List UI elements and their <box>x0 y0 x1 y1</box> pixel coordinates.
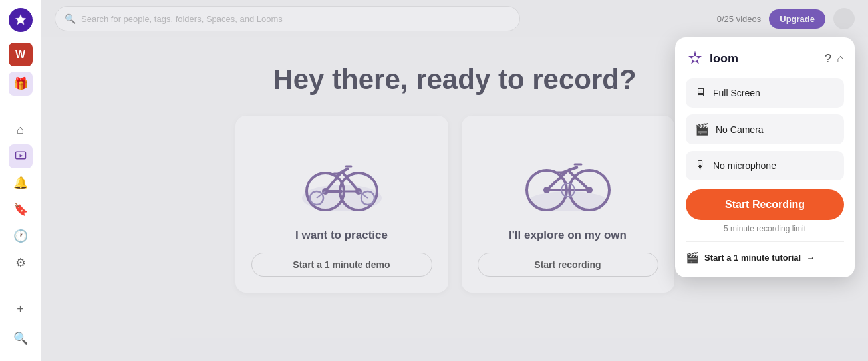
sidebar-bottom: + 🔍 <box>9 297 33 353</box>
app-logo[interactable] <box>9 8 33 32</box>
sidebar-item-home[interactable]: ⌂ <box>9 118 33 142</box>
tutorial-arrow: → <box>806 253 815 263</box>
popup-option-microphone-label: No microphone <box>713 160 776 171</box>
recording-limit: 5 minute recording limit <box>686 224 844 233</box>
popup-divider <box>686 241 844 242</box>
popup-option-camera[interactable]: 🎬 No Camera <box>686 114 844 144</box>
popup-option-camera-label: No Camera <box>716 124 764 135</box>
sidebar-divider <box>9 112 33 112</box>
sidebar-search[interactable]: 🔍 <box>9 326 33 350</box>
popup-logo-text: loom <box>710 52 738 66</box>
camera-icon: 🎬 <box>695 122 709 136</box>
tutorial-icon: 🎬 <box>686 251 699 264</box>
fullscreen-icon: 🖥 <box>695 86 706 100</box>
help-icon[interactable]: ? <box>825 52 831 66</box>
svg-marker-1 <box>19 154 23 158</box>
popup-logo: loom <box>686 49 738 68</box>
popup-option-fullscreen-label: Full Screen <box>713 88 760 98</box>
user-avatar[interactable]: W <box>9 43 33 66</box>
loom-popup: loom ? ⌂ 🖥 Full Screen 🎬 No Camera 🎙 No … <box>675 37 855 277</box>
sidebar: W 🎁 ⌂ 🔔 🔖 🕐 ⚙ + 🔍 <box>0 0 41 361</box>
sidebar-item-settings[interactable]: ⚙ <box>9 251 33 275</box>
svg-point-33 <box>692 56 698 61</box>
sidebar-item-library[interactable] <box>9 144 33 168</box>
popup-header-icons: ? ⌂ <box>825 52 844 66</box>
microphone-icon: 🎙 <box>695 159 706 172</box>
start-recording-button[interactable]: Start Recording <box>686 189 844 220</box>
popup-option-microphone[interactable]: 🎙 No microphone <box>686 151 844 180</box>
tutorial-label: Start a 1 minute tutorial <box>704 253 801 263</box>
gift-icon[interactable]: 🎁 <box>9 72 33 96</box>
main-content: 🔍 Search for people, tags, folders, Spac… <box>41 0 868 361</box>
sidebar-item-notifications[interactable]: 🔔 <box>9 171 33 195</box>
home-icon[interactable]: ⌂ <box>837 52 844 66</box>
sidebar-item-history[interactable]: 🕐 <box>9 224 33 248</box>
sidebar-add[interactable]: + <box>9 297 33 321</box>
sidebar-item-bookmarks[interactable]: 🔖 <box>9 197 33 221</box>
popup-header: loom ? ⌂ <box>686 49 844 68</box>
tutorial-link[interactable]: 🎬 Start a 1 minute tutorial → <box>686 247 844 268</box>
popup-option-fullscreen[interactable]: 🖥 Full Screen <box>686 78 844 108</box>
